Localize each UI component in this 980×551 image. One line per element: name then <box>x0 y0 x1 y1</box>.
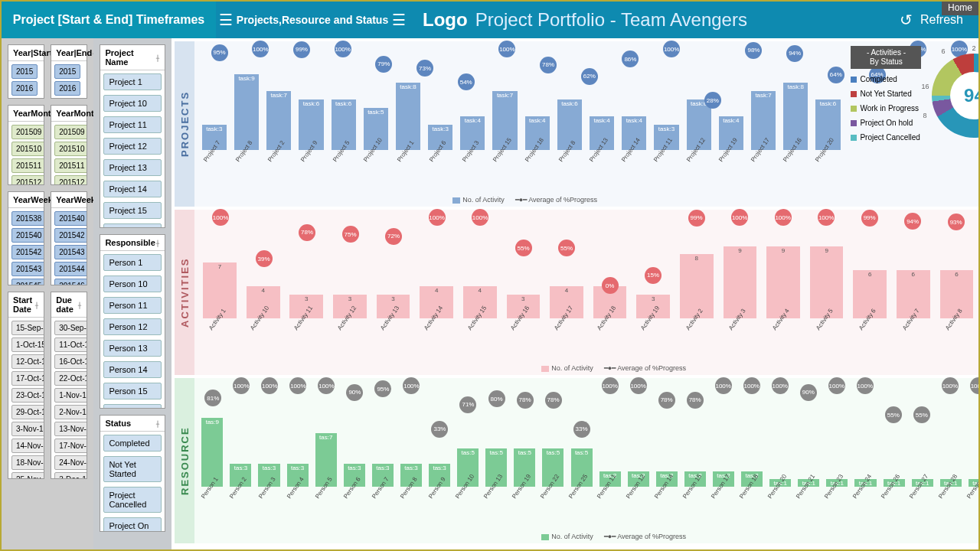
filter-panel: Project Name⟊Project 1Project 10Project … <box>93 38 171 549</box>
slicer-item[interactable]: Project 1 <box>103 73 161 90</box>
slicer-title: Project Name <box>105 48 155 67</box>
slicer-item[interactable]: 14-Nov-... <box>11 439 44 453</box>
slicer-title: Year|End <box>56 48 92 57</box>
slicer-item[interactable]: 201509 <box>54 125 87 139</box>
clear-filter-icon[interactable]: ⟊ <box>155 239 160 247</box>
slicer-item[interactable]: 15-Sep-... <box>11 321 44 335</box>
page-title: Project Portfolio - Team Avengers <box>475 9 747 31</box>
clear-filter-icon[interactable]: ⟊ <box>77 301 82 309</box>
clear-filter-icon[interactable]: ⟊ <box>155 54 160 62</box>
slicer-item[interactable]: 3-Nov-15 <box>11 422 44 436</box>
slicer-item[interactable]: Project Cancelled <box>103 487 161 513</box>
slicer-project-name: Project Name⟊Project 1Project 10Project … <box>100 44 165 228</box>
main: Year|Start⟊201520162017Year|End⟊20152016… <box>2 38 978 549</box>
donut-chart[interactable]: 946281662 <box>924 46 980 144</box>
slicer-item[interactable]: 22-Oct-15 <box>54 371 87 386</box>
slicer-item[interactable]: 201511 <box>54 158 87 173</box>
top-bar: Project [Start & End] Timeframes ☰ Proje… <box>2 2 978 38</box>
chart-legend: No. of Activity━●━ Average of %Progress <box>199 363 980 373</box>
slicer-item[interactable]: Person 10 <box>103 276 161 292</box>
slicer-item[interactable]: Project 10 <box>103 95 161 112</box>
slicer-item[interactable]: Project 12 <box>103 138 161 155</box>
slicer-item[interactable]: 201542 <box>54 228 87 243</box>
slicer-item[interactable]: 25-Nov-... <box>11 472 44 478</box>
slicer-item[interactable]: 29-Oct-15 <box>11 405 44 419</box>
slicer-item[interactable]: 24-Nov-... <box>54 455 87 470</box>
slicer-item[interactable]: 12-Oct-15 <box>11 354 44 369</box>
slicer-item[interactable]: 16-Oct-15 <box>54 354 87 369</box>
slicer-item[interactable]: Project 16 <box>103 223 161 227</box>
legend-item: Completed <box>851 75 921 83</box>
slicer-item[interactable]: 1-Oct-15 <box>11 337 44 352</box>
slicer-item[interactable]: Project 11 <box>103 116 161 133</box>
slicer-item[interactable]: Person 12 <box>103 318 161 335</box>
slicer-item[interactable]: 13-Nov-... <box>54 422 87 436</box>
panel2-title: Projects,Resource and Status <box>236 2 389 38</box>
status-legend: - Activities -By StatusCompletedNot Yet … <box>851 46 921 142</box>
menu-icon-1[interactable]: ☰ <box>216 2 236 38</box>
slicer-item[interactable]: 201543 <box>54 245 87 259</box>
slicer-item[interactable]: 201540 <box>54 211 87 226</box>
legend-item: Project On hold <box>851 119 921 127</box>
timeframe-panel: Year|Start⟊201520162017Year|End⟊20152016… <box>2 38 93 549</box>
clear-filter-icon[interactable]: ⟊ <box>34 301 39 309</box>
slicer-item[interactable]: 17-Oct-15 <box>11 371 44 386</box>
slicer-item[interactable]: Person 13 <box>103 340 161 357</box>
slicer-item[interactable]: 2015 <box>54 64 80 79</box>
slicer-responsible: Responsible⟊Person 1Person 10Person 11Pe… <box>100 234 165 409</box>
slicer-item[interactable]: 23-Oct-15 <box>11 388 44 403</box>
slicer-item[interactable]: Project 15 <box>103 202 161 219</box>
chart-projects[interactable]: task:3Project 7task:9Project 8task:7Proj… <box>194 41 980 207</box>
slicer-item[interactable]: 201510 <box>54 142 87 156</box>
slicer-item[interactable]: 201509 <box>11 125 44 139</box>
slicer-item[interactable]: 201510 <box>11 142 44 156</box>
slicer-start-date: Start Date⟊15-Sep-...1-Oct-1512-Oct-1517… <box>8 292 44 479</box>
slicer-item[interactable]: 201545 <box>11 279 44 285</box>
slicer-item[interactable]: Person 15 <box>103 383 161 399</box>
bar[interactable]: task:9 <box>234 74 259 150</box>
bar[interactable]: 9 <box>766 246 800 319</box>
legend-item: Work in Progress <box>851 104 921 112</box>
slicer-item[interactable]: 201543 <box>11 262 44 276</box>
menu-icon-2[interactable]: ☰ <box>389 2 409 38</box>
slicer-item[interactable]: 2-Nov-15 <box>54 405 87 419</box>
slicer-item[interactable]: 17-Nov-... <box>54 439 87 453</box>
slicer-item[interactable]: 18-Nov-... <box>11 455 44 470</box>
slicer-item[interactable]: Project 13 <box>103 159 161 176</box>
slicer-item[interactable]: 201544 <box>54 262 87 276</box>
clear-filter-icon[interactable]: ⟊ <box>155 419 160 428</box>
slicer-item[interactable]: 201512 <box>11 175 44 184</box>
slicer-item[interactable]: 2015 <box>11 64 38 79</box>
slicer-item[interactable]: 2016 <box>54 81 80 96</box>
slicer-item[interactable]: Completed <box>103 435 161 452</box>
chart-row-projects: PROJECTStask:3Project 7task:9Project 8ta… <box>175 41 980 207</box>
bar[interactable]: 9 <box>724 246 757 319</box>
slicer-item[interactable]: 201540 <box>11 228 44 243</box>
slicer-item[interactable]: 1-Nov-15 <box>54 388 87 403</box>
slicer-item[interactable]: Person 14 <box>103 361 161 378</box>
chart-resource[interactable]: tas:9Person 1tas:3Person 2tas:3Person 3t… <box>194 378 980 543</box>
slicer-item[interactable]: Not Yet Started <box>103 456 161 482</box>
slicer-item[interactable]: 201546 <box>54 279 87 285</box>
slicer-item[interactable]: Project On hold <box>103 517 161 531</box>
slicer-item[interactable]: Person 11 <box>103 297 161 314</box>
slicer-item[interactable]: 2016 <box>11 81 38 96</box>
slicer-item[interactable]: 11-Oct-15 <box>54 337 87 352</box>
slicer-item[interactable]: 3-Dec-15 <box>54 472 87 478</box>
slicer-item[interactable]: 201511 <box>11 158 44 173</box>
slicer-yearmonth-start: YearMonth|Start⟊201509201510201511201512… <box>8 105 44 185</box>
slicer-item[interactable]: 201538 <box>11 211 44 226</box>
slicer-item[interactable]: 30-Sep-... <box>54 321 87 335</box>
slicer-yearmonth-end: YearMonth|End⟊20150920151020151120151220… <box>51 105 87 185</box>
chart-section-label: PROJECTS <box>175 41 194 207</box>
refresh-icon: ↺ <box>900 11 913 29</box>
slicer-item[interactable]: 201542 <box>11 245 44 259</box>
slicer-item[interactable]: 201512 <box>54 175 87 184</box>
slicer-item[interactable]: Person 1 <box>103 254 161 271</box>
home-button[interactable]: Home <box>942 0 978 15</box>
slicer-item[interactable]: Person 16 <box>103 404 161 408</box>
slicer-title: Start Date <box>13 295 34 314</box>
bar[interactable]: 9 <box>810 246 844 319</box>
slicer-item[interactable]: Project 14 <box>103 181 161 197</box>
chart-activities[interactable]: 7Activity 14Activity 103Activity 113Acti… <box>194 210 980 375</box>
